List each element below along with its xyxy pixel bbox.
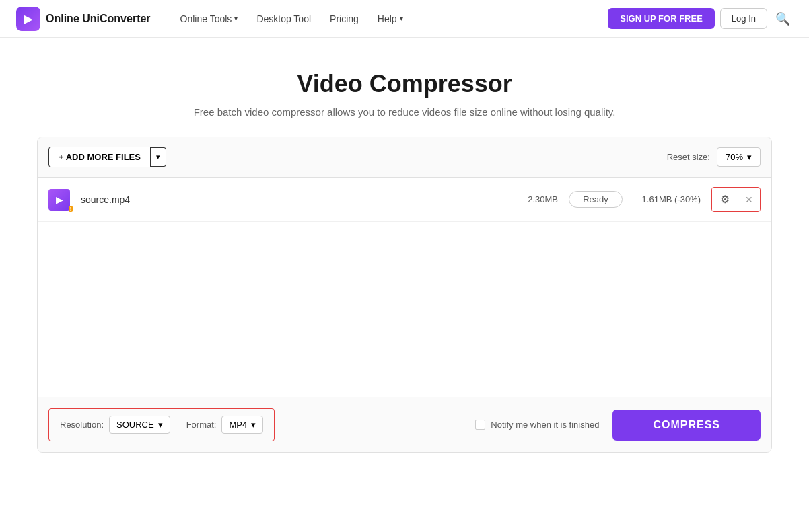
chevron-down-icon: ▾	[234, 15, 238, 22]
nav-online-tools[interactable]: Online Tools ▾	[172, 8, 246, 30]
brand-name: Online UniConverter	[46, 13, 151, 25]
file-actions: ⚙ ✕	[711, 187, 761, 212]
chevron-down-icon: ▾	[400, 15, 403, 22]
notify-group: Notify me when it is finished	[475, 420, 599, 430]
empty-drop-area[interactable]	[38, 222, 771, 397]
file-badge: !	[69, 206, 73, 212]
tool-panel: + ADD MORE FILES ▾ Reset size: 70% ▾ ▶ !	[37, 137, 772, 453]
file-name: source.mp4	[81, 194, 507, 205]
navbar-actions: SIGN UP FOR FREE Log In 🔍	[608, 8, 793, 29]
notify-checkbox[interactable]	[475, 420, 485, 430]
file-settings-button[interactable]: ⚙	[712, 188, 738, 211]
logo-icon: ▶	[16, 7, 40, 31]
hero-section: Video Compressor Free batch video compre…	[0, 38, 809, 137]
chevron-down-icon: ▾	[747, 152, 752, 162]
bottom-right: Notify me when it is finished COMPRESS	[475, 410, 761, 441]
resolution-label: Resolution:	[60, 420, 104, 430]
file-remove-button[interactable]: ✕	[738, 189, 760, 211]
page-title: Video Compressor	[16, 70, 793, 98]
add-files-group: + ADD MORE FILES ▾	[48, 147, 166, 167]
notify-label: Notify me when it is finished	[491, 420, 599, 430]
close-icon: ✕	[745, 194, 753, 205]
add-files-button[interactable]: + ADD MORE FILES	[48, 147, 151, 167]
reset-size-select[interactable]: 70% ▾	[717, 147, 761, 167]
file-type-icon: ▶ !	[48, 189, 70, 211]
file-list: ▶ ! source.mp4 2.30MB Ready 1.61MB (-30%…	[38, 178, 771, 222]
nav-desktop-tool[interactable]: Desktop Tool	[248, 8, 319, 30]
bottom-bar: Resolution: SOURCE ▾ Format: MP4 ▾	[38, 397, 771, 452]
compress-button[interactable]: COMPRESS	[612, 410, 761, 441]
add-files-dropdown-button[interactable]: ▾	[151, 147, 166, 167]
chevron-down-icon: ▾	[156, 153, 160, 161]
toolbar: + ADD MORE FILES ▾ Reset size: 70% ▾	[38, 137, 771, 178]
reset-size-group: Reset size: 70% ▾	[667, 147, 761, 167]
resolution-group: Resolution: SOURCE ▾	[60, 416, 170, 434]
compressed-size: 1.61MB (-30%)	[633, 194, 701, 204]
hero-subtitle: Free batch video compressor allows you t…	[16, 106, 793, 118]
main-content: + ADD MORE FILES ▾ Reset size: 70% ▾ ▶ !	[21, 137, 788, 480]
nav-help[interactable]: Help ▾	[370, 8, 411, 30]
format-select[interactable]: MP4 ▾	[221, 416, 263, 434]
file-original-size: 2.30MB	[518, 194, 558, 204]
login-button[interactable]: Log In	[720, 8, 767, 29]
signup-button[interactable]: SIGN UP FOR FREE	[608, 8, 715, 29]
resolution-select[interactable]: SOURCE ▾	[109, 416, 170, 434]
search-button[interactable]: 🔍	[773, 9, 793, 29]
nav-links: Online Tools ▾ Desktop Tool Pricing Help…	[172, 8, 608, 30]
chevron-down-icon: ▾	[251, 420, 256, 430]
reset-size-label: Reset size:	[667, 152, 710, 162]
status-badge: Ready	[569, 191, 623, 208]
search-icon: 🔍	[775, 12, 790, 26]
brand-logo[interactable]: ▶ Online UniConverter	[16, 7, 151, 31]
gear-icon: ⚙	[720, 194, 730, 205]
compression-settings: Resolution: SOURCE ▾ Format: MP4 ▾	[48, 408, 275, 441]
nav-pricing[interactable]: Pricing	[322, 8, 367, 30]
format-label: Format:	[186, 420, 217, 430]
chevron-down-icon: ▾	[158, 420, 163, 430]
table-row: ▶ ! source.mp4 2.30MB Ready 1.61MB (-30%…	[38, 178, 771, 222]
format-group: Format: MP4 ▾	[186, 416, 264, 434]
video-icon: ▶	[56, 194, 63, 205]
